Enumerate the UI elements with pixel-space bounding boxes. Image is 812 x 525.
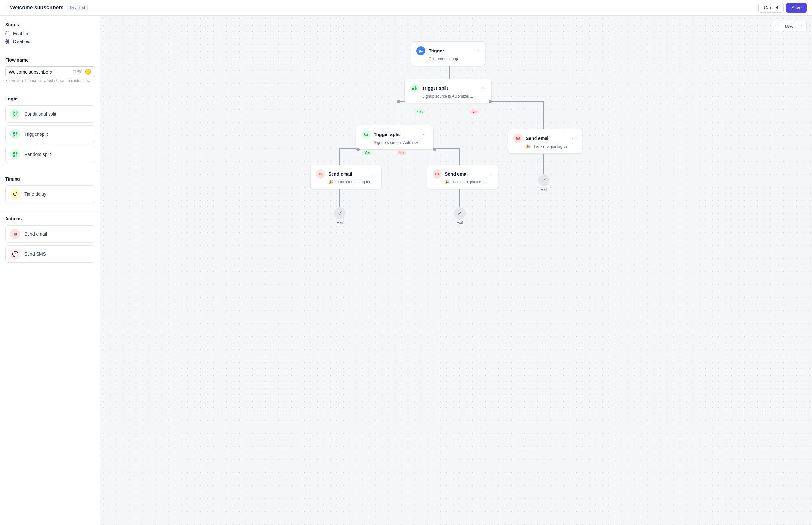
random-split-label: Random split — [24, 152, 51, 157]
send-email-mid-menu[interactable]: ··· — [488, 171, 493, 177]
time-delay-icon: ⏱ — [10, 189, 20, 199]
status-section: Status Enabled Disabled — [5, 22, 95, 44]
trigger-split-card[interactable]: Trigger split — [5, 125, 95, 143]
trigger-split-1-subtitle: Signup source is Automizel ... — [422, 94, 486, 99]
exit-left-label: Exit — [337, 220, 343, 225]
dot-4 — [433, 148, 436, 151]
trigger-node[interactable]: ▶ Trigger ··· Customer signup — [411, 42, 485, 66]
header-right: Cancel Save — [758, 3, 807, 13]
zoom-out-button[interactable]: − — [772, 21, 781, 31]
back-button[interactable]: ‹ — [5, 5, 7, 11]
trigger-split-2-menu[interactable]: ··· — [423, 132, 428, 137]
trigger-split-2-title: Trigger split — [374, 132, 420, 137]
send-email-right-menu[interactable]: ··· — [572, 135, 577, 141]
header: ‹ Welcome subscribers Disabled Cancel Sa… — [0, 0, 812, 16]
logic-title: Logic — [5, 96, 95, 102]
save-button[interactable]: Save — [786, 3, 807, 13]
flow-canvas[interactable]: − 80% + — [100, 16, 812, 525]
header-left: ‹ Welcome subscribers Disabled — [5, 4, 88, 11]
enabled-label: Enabled — [13, 31, 30, 36]
sidebar: Status Enabled Disabled Flow name 21/50 … — [0, 16, 100, 525]
zoom-controls: − 80% + — [771, 21, 807, 31]
exit-right: ✓ Exit — [538, 174, 550, 192]
emoji-icon[interactable]: 🙂 — [85, 69, 91, 75]
enabled-radio[interactable] — [5, 31, 10, 36]
conditional-split-icon — [10, 109, 20, 119]
trigger-node-subtitle: Customer signup — [429, 57, 480, 61]
send-email-right-node[interactable]: ✉ Send email ··· 🎉 Thanks for joining us — [508, 129, 582, 154]
send-email-right-icon: ✉ — [514, 134, 522, 143]
send-sms-label: Send SMS — [24, 252, 46, 257]
layout: Status Enabled Disabled Flow name 21/50 … — [0, 16, 812, 525]
trigger-split-1-node[interactable]: Trigger split ··· Signup source is Autom… — [404, 79, 492, 103]
status-title: Status — [5, 22, 95, 27]
trigger-split-1-icon — [410, 84, 419, 93]
flow-name-hint: For your reference only. Not shown to cu… — [5, 78, 95, 83]
trigger-node-menu[interactable]: ··· — [475, 48, 480, 54]
trigger-split-2-icon — [361, 130, 370, 139]
conditional-split-label: Conditional split — [24, 111, 56, 117]
trigger-split-2-node[interactable]: Trigger split ··· Signup source is Autom… — [356, 125, 434, 150]
timing-title: Timing — [5, 176, 95, 181]
actions-title: Actions — [5, 216, 95, 221]
disabled-label: Disabled — [13, 39, 30, 44]
send-sms-card[interactable]: 💬 Send SMS — [5, 245, 95, 263]
char-count: 21/50 — [73, 70, 82, 74]
cancel-button[interactable]: Cancel — [758, 3, 783, 13]
split2-yes-label: Yes — [362, 150, 373, 155]
disabled-radio[interactable] — [5, 39, 10, 44]
send-email-left-title: Send email — [328, 171, 368, 177]
exit-left-circle: ✓ — [334, 207, 346, 219]
send-email-right-subtitle: 🎉 Thanks for joining us — [526, 144, 577, 149]
exit-left: ✓ Exit — [334, 207, 346, 225]
send-email-left-menu[interactable]: ··· — [371, 171, 376, 177]
logic-section: Logic Conditional split Trigger split Ra… — [5, 96, 95, 163]
time-delay-card[interactable]: ⏱ Time delay — [5, 185, 95, 203]
timing-section: Timing ⏱ Time delay — [5, 176, 95, 203]
status-enabled-option[interactable]: Enabled — [5, 31, 95, 36]
exit-right-circle: ✓ — [538, 174, 550, 186]
flow-name-title: Flow name — [5, 57, 95, 62]
dot-3 — [357, 148, 360, 151]
actions-section: Actions ✉ Send email 💬 Send SMS — [5, 216, 95, 263]
send-email-card[interactable]: ✉ Send email — [5, 225, 95, 243]
flow-name-input[interactable] — [9, 69, 73, 75]
trigger-split-label: Trigger split — [24, 132, 48, 137]
random-split-icon — [10, 149, 20, 160]
conditional-split-card[interactable]: Conditional split — [5, 105, 95, 123]
exit-right-label: Exit — [541, 187, 547, 192]
send-email-mid-subtitle: 🎉 Thanks for joining us — [445, 180, 493, 184]
split2-no-label: No — [396, 150, 406, 155]
send-email-icon: ✉ — [10, 229, 20, 239]
trigger-split-1-title: Trigger split — [422, 86, 478, 91]
page-title: Welcome subscribers — [10, 5, 63, 11]
send-sms-icon: 💬 — [10, 249, 20, 259]
trigger-split-1-menu[interactable]: ··· — [481, 85, 486, 91]
send-email-left-icon: ✉ — [316, 169, 325, 179]
send-email-mid-node[interactable]: ✉ Send email ··· 🎉 Thanks for joining us — [427, 165, 498, 189]
send-email-mid-icon: ✉ — [433, 169, 442, 179]
zoom-value: 80% — [782, 22, 797, 30]
flow-diagram: ▶ Trigger ··· Customer signup Trigger sp… — [278, 35, 634, 294]
trigger-node-icon: ▶ — [416, 46, 425, 56]
send-email-mid-title: Send email — [445, 171, 484, 177]
exit-mid-circle: ✓ — [454, 207, 466, 219]
time-delay-label: Time delay — [24, 192, 46, 197]
dot-1 — [397, 100, 400, 103]
status-radio-group: Enabled Disabled — [5, 31, 95, 44]
split1-no-label: No — [469, 109, 479, 114]
flow-name-section: Flow name 21/50 🙂 For your reference onl… — [5, 57, 95, 83]
send-email-left-node[interactable]: ✉ Send email ··· 🎉 Thanks for joining us — [311, 165, 382, 189]
send-email-right-title: Send email — [526, 136, 568, 141]
split1-yes-label: Yes — [414, 109, 425, 114]
status-disabled-option[interactable]: Disabled — [5, 39, 95, 44]
exit-mid: ✓ Exit — [454, 207, 466, 225]
send-email-label: Send email — [24, 231, 47, 237]
flow-name-input-row: 21/50 🙂 — [5, 66, 95, 77]
status-badge: Disabled — [67, 4, 88, 11]
trigger-node-title: Trigger — [429, 48, 471, 54]
random-split-card[interactable]: Random split — [5, 146, 95, 163]
zoom-in-button[interactable]: + — [797, 21, 807, 31]
trigger-split-icon — [10, 129, 20, 139]
exit-mid-label: Exit — [456, 220, 463, 225]
